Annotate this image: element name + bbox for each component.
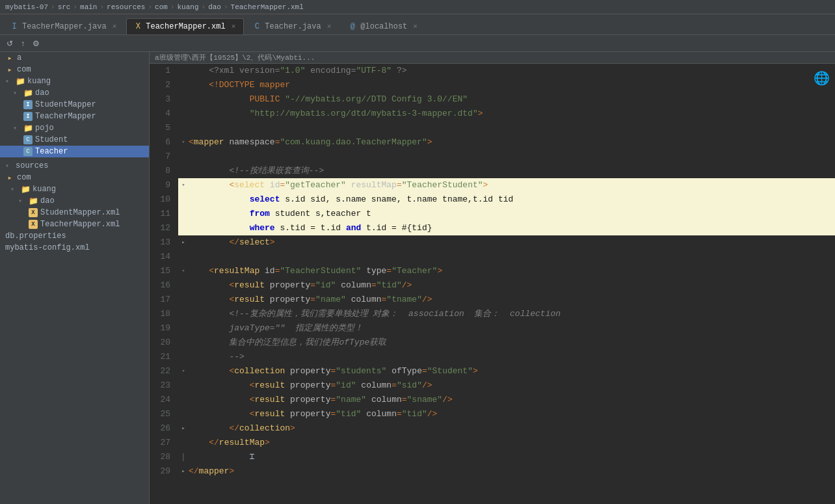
line-text-19: javaType="" 指定属性的类型！ bbox=[189, 321, 835, 336]
code-line-20: 集合中的泛型信息，我们使用ofType获取 bbox=[178, 336, 835, 350]
sidebar-item-pojo[interactable]: ▾ 📁 pojo bbox=[0, 122, 149, 134]
code-line-5 bbox=[178, 121, 835, 135]
line-numbers: 1 2 3 4 5 6 7 8 9 10 11 12 13 14 15 16 1… bbox=[150, 64, 176, 504]
breadcrumb-part: TeacherMapper.xml bbox=[231, 3, 304, 11]
close-tab-icon[interactable]: × bbox=[327, 23, 332, 31]
code-line-26: ▸ </collection> bbox=[178, 421, 835, 436]
sidebar-label: Student bbox=[35, 135, 68, 144]
ln-19: 19 bbox=[152, 321, 170, 336]
breadcrumb-part: dao bbox=[208, 3, 221, 11]
sidebar-label: a bbox=[17, 53, 21, 62]
tab-label: TeacherMapper.java bbox=[22, 22, 107, 31]
java-icon: C bbox=[252, 22, 261, 31]
sidebar-item-a[interactable]: ▸ a bbox=[0, 52, 149, 64]
up-button[interactable]: ↑ bbox=[18, 38, 27, 49]
code-line-16: <result property="id" column="tid"/> bbox=[178, 278, 835, 293]
code-line-2: <!DOCTYPE mapper bbox=[178, 78, 835, 92]
line-text-18: <!--复杂的属性，我们需要单独处理 对象： association 集合： c… bbox=[189, 307, 835, 321]
java-file-icon: I bbox=[23, 100, 33, 109]
line-text-3: PUBLIC "-//mybatis.org//DTD Config 3.0//… bbox=[189, 92, 835, 107]
sidebar-item-teacher[interactable]: C Teacher bbox=[0, 146, 149, 157]
sidebar-item-kuang[interactable]: ▾ 📁 kuang bbox=[0, 75, 149, 87]
code-line-13: ▸ </select> bbox=[178, 235, 835, 250]
line-text-27: </resultMap> bbox=[189, 436, 835, 450]
sidebar: ▸ a ▸ com ▾ 📁 kuang ▾ 📁 dao I StudentMap… bbox=[0, 52, 150, 504]
sidebar-item-student[interactable]: C Student bbox=[0, 134, 149, 146]
ln-9: 9 bbox=[152, 178, 170, 192]
toggle-icon: ▾ bbox=[18, 197, 26, 205]
close-tab-icon[interactable]: × bbox=[113, 23, 117, 31]
sidebar-item-com2[interactable]: ▸ com bbox=[0, 172, 149, 183]
sidebar-label: dao bbox=[40, 196, 55, 206]
sidebar-item-mybatis-config[interactable]: mybatis-config.xml bbox=[0, 242, 149, 254]
breadcrumb-part: mybatis-07 bbox=[5, 3, 48, 11]
sidebar-label: kuang bbox=[27, 77, 51, 86]
sidebar-item-db-properties[interactable]: db.properties bbox=[0, 230, 149, 242]
code-line-10: select s.id sid, s.name sname, t.name tn… bbox=[178, 192, 835, 207]
tab-localhost[interactable]: @ @localhost × bbox=[341, 18, 426, 34]
tab-teacher-java[interactable]: C Teacher.java × bbox=[245, 18, 339, 34]
line-text-22: <collection property="students" ofType="… bbox=[189, 364, 835, 378]
toggle-icon: ▾ bbox=[13, 89, 21, 97]
line-text-6: <mapper namespace="com.kuang.dao.Teacher… bbox=[189, 135, 835, 150]
sidebar-label: kuang bbox=[33, 185, 56, 194]
refresh-button[interactable]: ↺ bbox=[4, 38, 16, 49]
globe-icon: 🌐 bbox=[814, 70, 830, 86]
code-line-27: </resultMap> bbox=[178, 436, 835, 450]
line-text-10: select s.id sid, s.name sname, t.name tn… bbox=[189, 192, 835, 207]
fold-icon-9[interactable]: ▾ bbox=[178, 178, 189, 192]
close-tab-icon[interactable]: × bbox=[413, 23, 418, 31]
sidebar-item-dao[interactable]: ▾ 📁 dao bbox=[0, 87, 149, 99]
browser-icon: @ bbox=[348, 22, 357, 31]
fold-icon-29[interactable]: ▸ bbox=[178, 464, 189, 479]
ln-4: 4 bbox=[152, 107, 170, 121]
breadcrumb-part: main bbox=[80, 3, 97, 11]
ln-18: 18 bbox=[152, 307, 170, 321]
settings-button[interactable]: ⚙ bbox=[30, 38, 42, 49]
sidebar-item-student-mapper-xml[interactable]: X StudentMapper.xml bbox=[0, 207, 149, 219]
sidebar-item-teacher-mapper[interactable]: I TeacherMapper bbox=[0, 111, 149, 122]
editor[interactable]: a班级管理\西开【19525】\2、代码\Myabti... 1 2 3 4 5… bbox=[150, 52, 835, 504]
code-line-18: <!--复杂的属性，我们需要单独处理 对象： association 集合： c… bbox=[178, 307, 835, 321]
line-text-7 bbox=[189, 150, 835, 164]
tab-label: TeacherMapper.xml bbox=[146, 22, 225, 31]
code-line-25: <result property="tid" column="tid"/> bbox=[178, 407, 835, 421]
tab-teacher-mapper-xml[interactable]: X TeacherMapper.xml × bbox=[126, 18, 244, 34]
ln-5: 5 bbox=[152, 121, 170, 135]
code-line-3: PUBLIC "-//mybatis.org//DTD Config 3.0//… bbox=[178, 92, 835, 107]
fold-icon-6[interactable]: ▾ bbox=[178, 135, 189, 150]
code-line-12: where s.tid = t.id and t.id = #{tid} bbox=[178, 221, 835, 235]
ln-16: 16 bbox=[152, 278, 170, 293]
sidebar-item-com[interactable]: ▸ com bbox=[0, 64, 149, 75]
fold-icon-15[interactable]: ▾ bbox=[178, 264, 189, 278]
ln-15: 15 bbox=[152, 264, 170, 278]
code-line-6: ▾ <mapper namespace="com.kuang.dao.Teach… bbox=[178, 135, 835, 150]
fold-icon-22[interactable]: ▾ bbox=[178, 364, 189, 378]
fold-icon-13[interactable]: ▸ bbox=[178, 235, 189, 250]
code-content[interactable]: <?xml version="1.0" encoding="UTF-8" ?> … bbox=[176, 64, 835, 504]
java-icon: I bbox=[10, 22, 19, 31]
ln-14: 14 bbox=[152, 250, 170, 264]
breadcrumb-part: src bbox=[58, 3, 71, 11]
close-tab-icon[interactable]: × bbox=[232, 23, 236, 31]
sidebar-item-student-mapper[interactable]: I StudentMapper bbox=[0, 99, 149, 111]
sidebar-label: TeacherMapper bbox=[35, 112, 96, 121]
folder-icon: 📁 bbox=[29, 196, 38, 206]
ln-28: 28 bbox=[152, 450, 170, 464]
line-text-23: <result property="id" column="sid"/> bbox=[189, 378, 835, 393]
ln-6: 6 bbox=[152, 135, 170, 150]
tab-teacher-mapper-java[interactable]: I TeacherMapper.java × bbox=[3, 18, 125, 34]
sidebar-item-resources[interactable]: ▾ sources bbox=[0, 160, 149, 172]
sidebar-item-kuang2[interactable]: ▾ 📁 kuang bbox=[0, 183, 149, 195]
xml-file-icon: X bbox=[29, 220, 38, 229]
java-file-icon: I bbox=[23, 112, 33, 121]
line-text-21: --> bbox=[189, 350, 835, 364]
sidebar-item-teacher-mapper-xml[interactable]: X TeacherMapper.xml bbox=[0, 219, 149, 230]
line-text-2: <!DOCTYPE mapper bbox=[189, 78, 835, 92]
line-text-20: 集合中的泛型信息，我们使用ofType获取 bbox=[189, 336, 835, 350]
code-line-28[interactable]: | ⌶ bbox=[178, 450, 835, 464]
sidebar-item-dao2[interactable]: ▾ 📁 dao bbox=[0, 195, 149, 207]
fold-icon-26[interactable]: ▸ bbox=[178, 421, 189, 436]
toggle-icon: ▾ bbox=[10, 185, 18, 193]
folder-icon: ▸ bbox=[5, 53, 14, 62]
